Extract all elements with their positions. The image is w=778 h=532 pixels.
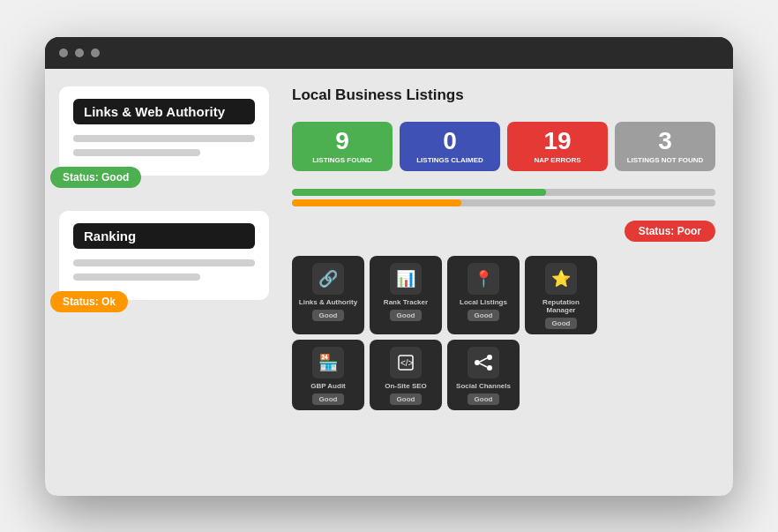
dot-3 (91, 49, 100, 57)
svg-point-2 (475, 360, 480, 365)
status-poor-container: Status: Poor (292, 221, 715, 245)
links-web-authority-card: Links & Web Authority (59, 86, 269, 176)
tool-gbp-audit[interactable]: 🏪 GBP Audit Good (292, 340, 364, 410)
tool-onsite-seo[interactable]: </> On-Site SEO Good (370, 340, 442, 410)
tool-name-social: Social Channels (456, 382, 511, 390)
placeholder-line-1 (73, 135, 255, 142)
tool-name-seo: On-Site SEO (385, 382, 427, 390)
browser-window: Links & Web Authority Status: Good Ranki… (45, 37, 733, 496)
progress-bar-2 (292, 199, 715, 206)
tool-name-rank: Rank Tracker (384, 298, 428, 306)
tool-status-rank: Good (390, 310, 423, 321)
tool-status-listings: Good (468, 310, 500, 321)
tool-name-listings: Local Listings (460, 298, 507, 306)
svg-line-6 (480, 363, 487, 367)
browser-titlebar (45, 37, 733, 69)
tool-icon-reputation: ⭐ (545, 263, 577, 295)
tools-row-2: 🏪 GBP Audit Good </> On-Site SEO Good (292, 340, 715, 410)
tool-icon-seo: </> (390, 347, 422, 378)
svg-text:</>: </> (400, 358, 414, 368)
tool-status-seo: Good (390, 393, 423, 405)
progress-bars (292, 189, 715, 210)
left-cards-wrapper: Links & Web Authority Status: Good Ranki… (59, 86, 269, 309)
card1-status-badge: Status: Good (50, 167, 141, 188)
stat-label-3: NAP Errors (534, 156, 580, 164)
tool-icon-links: 🔗 (312, 263, 344, 295)
tool-name-links: Links & Authority (299, 298, 357, 306)
stat-label-4: Listings Not Found (627, 156, 704, 164)
progress-fill-1 (292, 189, 546, 196)
card1-wrapper: Links & Web Authority Status: Good (59, 86, 269, 176)
progress-bar-1 (292, 189, 715, 196)
stat-nap-errors: 19 NAP Errors (507, 122, 608, 171)
tool-icon-gbp: 🏪 (312, 347, 344, 378)
svg-line-5 (480, 358, 487, 362)
placeholder-line-4 (73, 273, 200, 281)
dot-1 (59, 49, 68, 57)
tool-name-gbp: GBP Audit (310, 382, 346, 390)
card2-status-badge: Status: Ok (50, 291, 128, 312)
stat-number-2: 0 (443, 129, 457, 154)
tool-reputation-manager[interactable]: ⭐ Reputation Manager Good (525, 256, 597, 334)
tool-rank-tracker[interactable]: 📊 Rank Tracker Good (370, 256, 442, 334)
tool-icon-listings: 📍 (468, 263, 499, 295)
stat-number-3: 19 (543, 129, 571, 154)
tool-icon-social (468, 347, 499, 378)
card2-wrapper: Ranking Status: Ok (59, 211, 269, 300)
section-title: Local Business Listings (292, 86, 715, 104)
stat-listings-not-found: 3 Listings Not Found (615, 122, 715, 171)
stat-number-1: 9 (335, 129, 349, 154)
progress-fill-2 (292, 199, 461, 206)
placeholder-line-2 (73, 149, 200, 156)
placeholder-line-3 (73, 259, 255, 266)
tool-status-social: Good (468, 393, 500, 405)
stat-label-2: Listings Claimed (416, 156, 483, 164)
tools-row-1: 🔗 Links & Authority Good 📊 Rank Tracker … (292, 256, 715, 334)
tools-grid: 🔗 Links & Authority Good 📊 Rank Tracker … (292, 256, 715, 410)
tool-status-reputation: Good (545, 318, 578, 329)
stat-listings-claimed: 0 Listings Claimed (400, 122, 500, 171)
tool-social-channels[interactable]: Social Channels Good (447, 340, 520, 410)
tool-local-listings[interactable]: 📍 Local Listings Good (447, 256, 520, 334)
tool-status-links: Good (312, 310, 345, 321)
tool-links-authority[interactable]: 🔗 Links & Authority Good (292, 256, 364, 334)
card1-title: Links & Web Authority (73, 99, 255, 124)
stats-row: 9 Listings Found 0 Listings Claimed 19 N… (292, 122, 715, 171)
ranking-card: Ranking (59, 211, 269, 300)
dot-2 (75, 49, 84, 57)
stat-listings-found: 9 Listings Found (292, 122, 393, 171)
svg-point-4 (487, 365, 492, 371)
stat-label-1: Listings Found (312, 156, 372, 164)
tool-name-reputation: Reputation Manager (530, 298, 592, 314)
card2-title: Ranking (73, 223, 255, 249)
tool-icon-rank: 📊 (390, 263, 422, 295)
svg-point-3 (487, 355, 492, 360)
stat-number-4: 3 (658, 129, 672, 154)
status-poor-badge: Status: Poor (625, 221, 715, 242)
right-panel: Local Business Listings 9 Listings Found… (283, 69, 733, 496)
left-panel: Links & Web Authority Status: Good Ranki… (45, 69, 283, 496)
tool-status-gbp: Good (312, 393, 345, 405)
browser-content: Links & Web Authority Status: Good Ranki… (45, 69, 733, 496)
